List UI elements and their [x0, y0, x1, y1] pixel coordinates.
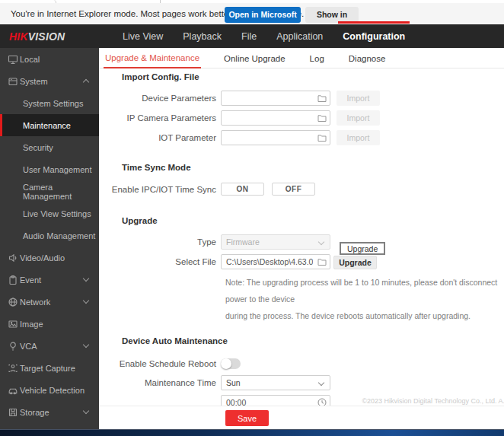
sidebar-item-vca[interactable]: VCA: [0, 335, 99, 357]
nav-live-view[interactable]: Live View: [118, 24, 167, 48]
sidebar-item-video-audio[interactable]: Video/Audio: [0, 247, 99, 269]
nav-application[interactable]: Application: [272, 24, 327, 48]
sidebar-item-maintenance[interactable]: Maintenance: [0, 114, 99, 136]
sidebar-item-label: Security: [23, 143, 53, 152]
sidebar-item-label: Maintenance: [23, 121, 71, 130]
tab-upgrade-maintenance[interactable]: Upgrade & Maintenance: [104, 48, 201, 68]
vca-icon: [8, 341, 18, 352]
sidebar-item-label: Vehicle Detection: [20, 386, 85, 395]
clock-icon[interactable]: [317, 398, 327, 406]
import-ip-camera-parameters-button[interactable]: Import: [337, 110, 380, 126]
sidebar-item-label: Camera Management: [23, 183, 99, 201]
nav-file[interactable]: File: [237, 24, 261, 48]
section-title-auto-maintenance: Device Auto Maintenance: [122, 336, 504, 346]
device-parameters-input[interactable]: [221, 91, 330, 106]
ip-camera-parameters-input[interactable]: [221, 110, 330, 126]
upgrade-note: Note: The upgrading process will be 1 to…: [225, 274, 504, 324]
save-button[interactable]: Save: [225, 410, 269, 426]
ip-camera-parameters-row: IP Camera Parameters Import: [99, 110, 504, 126]
import-iot-parameter-button[interactable]: Import: [337, 130, 380, 145]
vehicle-detection-icon: [8, 385, 18, 396]
upgrade-note-line2: during the process. The device reboots a…: [225, 307, 504, 324]
schedule-reboot-label: Enable Schedule Reboot: [99, 359, 221, 368]
chevron-down-icon: [83, 342, 89, 348]
sidebar-item-label: Storage: [20, 408, 49, 417]
upgrade-type-select: Firmware: [221, 234, 330, 250]
tab-online-upgrade[interactable]: Online Upgrade: [222, 48, 287, 68]
folder-icon[interactable]: [317, 94, 327, 103]
sidebar-item-image[interactable]: Image: [0, 313, 99, 335]
time-sync-row: Enable IPC/IOT Time Sync ON OFF: [99, 183, 504, 196]
sidebar-item-label: Network: [20, 298, 50, 307]
sidebar-item-camera-management[interactable]: Camera Management: [0, 180, 99, 202]
nav-configuration[interactable]: Configuration: [338, 24, 410, 48]
nav-playback[interactable]: Playback: [178, 24, 226, 48]
save-separator: [99, 406, 504, 406]
page-root: You're in Internet Explorer mode. Most p…: [0, 0, 504, 436]
section-title-upgrade: Upgrade: [122, 215, 504, 226]
sidebar-item-user-management[interactable]: User Management: [0, 158, 99, 180]
sidebar-item-iot-channel[interactable]: IoT Channel Settings: [0, 423, 99, 429]
monitor-icon: [8, 54, 18, 65]
iot-parameter-label: IOT Parameter: [99, 133, 221, 142]
time-sync-off-button[interactable]: OFF: [272, 183, 315, 196]
tab-log[interactable]: Log: [308, 48, 326, 68]
iot-parameter-input[interactable]: [221, 130, 330, 145]
event-icon: [8, 275, 18, 285]
folder-icon[interactable]: [317, 113, 327, 123]
tab-diagnose[interactable]: Diagnose: [347, 48, 388, 68]
sidebar-item-label: Target Capture: [20, 364, 75, 373]
time-sync-on-button[interactable]: ON: [221, 183, 264, 196]
open-in-edge-button[interactable]: Open in Microsoft Edge: [225, 7, 301, 23]
chevron-down-icon: [83, 298, 89, 304]
folder-icon[interactable]: [317, 257, 327, 266]
maintenance-time-row: Maintenance Time Sun: [99, 375, 504, 390]
schedule-reboot-toggle[interactable]: [221, 358, 241, 369]
schedule-reboot-row: Enable Schedule Reboot: [99, 358, 504, 369]
select-file-label: Select File: [99, 257, 221, 266]
sidebar-item-label: System: [20, 77, 48, 86]
maintenance-time-input[interactable]: [221, 395, 330, 406]
sidebar-item-label: Event: [20, 275, 41, 285]
hikvision-logo: HIKVISION: [9, 24, 65, 48]
sidebar: Local System System Settings Maintenance…: [0, 48, 99, 429]
sidebar-item-label: System Settings: [23, 99, 83, 108]
sidebar-item-vehicle-detection[interactable]: Vehicle Detection: [0, 379, 99, 401]
upgrade-type-row: Type Firmware: [99, 234, 504, 250]
ie-mode-bar: You're in Internet Explorer mode. Most p…: [0, 3, 504, 24]
maintenance-day-select[interactable]: Sun: [221, 375, 330, 390]
sidebar-item-local[interactable]: Local: [0, 48, 99, 70]
network-icon: [8, 297, 18, 307]
sidebar-item-event[interactable]: Event: [0, 269, 99, 291]
toggle-knob: [221, 358, 231, 369]
storage-icon: [8, 407, 18, 418]
sidebar-item-storage[interactable]: Storage: [0, 401, 99, 423]
device-parameters-label: Device Parameters: [99, 94, 221, 103]
upgrade-type-value: Firmware: [226, 237, 260, 247]
upgrade-type-label: Type: [99, 237, 221, 247]
sidebar-item-audio-management[interactable]: Audio Management: [0, 224, 99, 247]
sidebar-item-security[interactable]: Security: [0, 136, 99, 158]
upgrade-button[interactable]: Upgrade: [333, 256, 377, 269]
folder-icon[interactable]: [317, 133, 327, 142]
main-content: Upgrade & Maintenance Online Upgrade Log…: [99, 48, 504, 406]
app-header: HIKVISION Live View Playback File Applic…: [0, 24, 504, 48]
sidebar-item-system-settings[interactable]: System Settings: [0, 92, 99, 114]
sidebar-item-live-view-settings[interactable]: Live View Settings: [0, 202, 99, 224]
select-file-input[interactable]: [221, 254, 330, 269]
maintenance-time-label: Maintenance Time: [99, 378, 221, 387]
time-sync-label: Enable IPC/IOT Time Sync: [99, 185, 221, 194]
sidebar-item-system[interactable]: System: [0, 70, 99, 92]
sidebar-item-target-capture[interactable]: Target Capture: [0, 357, 99, 379]
main-nav: Live View Playback File Application Conf…: [118, 24, 410, 48]
select-file-row: Select File Upgrade Upgrade: [99, 254, 504, 269]
sidebar-item-label: User Management: [23, 165, 92, 174]
sidebar-item-network[interactable]: Network: [0, 291, 99, 313]
import-device-parameters-button[interactable]: Import: [337, 91, 380, 106]
sidebar-item-label: VCA: [20, 342, 37, 351]
chevron-up-icon: [83, 79, 89, 85]
show-in-toolbar-button[interactable]: Show in toolbar: [305, 7, 359, 23]
maintenance-day-value: Sun: [226, 378, 241, 387]
image-icon: [8, 319, 18, 329]
logo-hik: HIK: [9, 30, 28, 43]
